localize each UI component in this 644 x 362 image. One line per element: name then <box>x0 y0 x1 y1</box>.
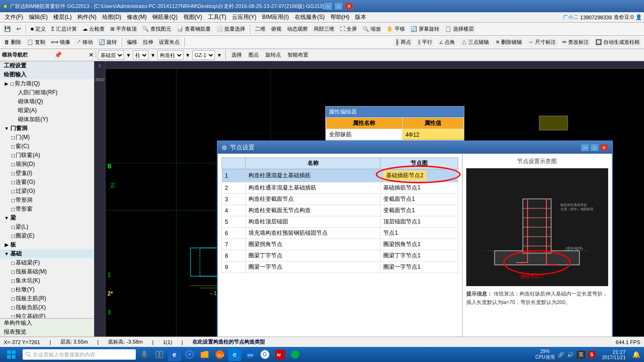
menu-component[interactable]: 构件(N) <box>74 12 99 22</box>
tb-parallel[interactable]: ∥ 平行 <box>415 37 435 47</box>
tb-auto-col[interactable]: 🔲 自动生成造柱框 <box>593 37 642 47</box>
nav-over-beam[interactable]: □ 过梁(G) <box>0 187 94 196</box>
notification-icon[interactable]: 🔔 <box>632 351 640 358</box>
task-view-button[interactable] <box>153 348 166 361</box>
tb-top-view[interactable]: 俯视 <box>269 24 284 34</box>
menu-edit[interactable]: 编辑(E) <box>26 12 50 22</box>
tb-three-point[interactable]: △ 三点辅轴 <box>459 37 491 47</box>
node-val-7[interactable]: 圈梁拐角节点1 <box>380 239 458 250</box>
nav-ring-beam[interactable]: □ 圈梁(E) <box>0 231 94 240</box>
nav-isolated-found[interactable]: □ 独立基础(F) <box>0 312 94 318</box>
nav-foundation[interactable]: ▼ 基础 <box>0 249 94 258</box>
nav-door-window-combo[interactable]: □ 门联窗(A) <box>0 151 94 160</box>
attr-point-btn[interactable]: 图点 <box>246 50 261 60</box>
pinned-chrome[interactable] <box>183 348 196 361</box>
nav-raft-rebar[interactable]: □ 筏板主筋(R) <box>0 294 94 303</box>
nav-panel-close[interactable]: ✕ <box>89 51 94 58</box>
nav-col-cap[interactable]: □ 柱墩(Y) <box>0 285 94 294</box>
subtype-select[interactable]: 构造柱 <box>157 50 183 60</box>
menu-layer[interactable]: 楼层(L) <box>50 12 74 22</box>
input-method[interactable]: 英 <box>577 351 586 359</box>
node-dialog-maximize[interactable]: □ <box>590 144 599 151</box>
pinned-g-google[interactable]: G <box>258 348 272 361</box>
nav-beam-l[interactable]: □ 梁(L) <box>0 222 94 231</box>
tb-cloud-check[interactable]: ☁ 云检查 <box>80 24 107 34</box>
pinned-edge[interactable]: e <box>168 348 181 361</box>
nav-beam[interactable]: ▼ 梁 <box>0 214 94 222</box>
menu-cloud[interactable]: 云应用(Y) <box>229 12 259 22</box>
tb-del-axis[interactable]: ✕ 删除辅轴 <box>493 37 524 47</box>
system-clock[interactable]: 21:27 2017/11/21 <box>598 349 629 360</box>
tb-calc[interactable]: Σ 汇总计算 <box>49 24 79 34</box>
node-val-5[interactable]: 顶层锚固节点1 <box>380 216 458 228</box>
nav-dark-beam[interactable]: 暗梁(A) <box>0 106 94 115</box>
node-row-1[interactable]: 1 构造柱遇混凝土基础插筋 基础插筋节点2 <box>222 169 458 182</box>
tb-local-3d[interactable]: 局部三维 <box>311 24 337 34</box>
minimize-button[interactable]: ─ <box>324 2 332 10</box>
menu-help[interactable]: 帮助(H) <box>328 12 353 22</box>
node-val-8[interactable]: 圈梁丁字节点1 <box>380 250 458 262</box>
nav-single-component[interactable]: 单构件输入 <box>0 319 94 328</box>
tb-zoom[interactable]: 🔍 缩放 <box>360 24 383 34</box>
attr-select-btn[interactable]: 选择 <box>229 50 244 60</box>
menu-modify[interactable]: 修改(M) <box>124 12 149 22</box>
tb-move[interactable]: ↗ 移动 <box>74 37 95 47</box>
tb-fullscreen[interactable]: ⛶ 全屏 <box>338 24 359 34</box>
node-row-2[interactable]: 2 构造柱通非混凝土基础插筋 基础插筋节点1 <box>222 182 458 194</box>
menu-tools[interactable]: 工具(T) <box>205 12 229 22</box>
nav-strip-hole[interactable]: □ 带形洞 <box>0 196 94 205</box>
pinned-glj-blue[interactable]: BIM <box>243 348 256 361</box>
tb-pan[interactable]: ✋ 平移 <box>384 24 407 34</box>
tb-batch-select[interactable]: ⬜ 批量选择 <box>214 24 248 34</box>
nav-foundation-beam[interactable]: □ 基础梁(F) <box>0 258 94 267</box>
node-dialog-minimize[interactable]: ─ <box>581 144 589 151</box>
tb-2d[interactable]: 二维 <box>253 24 268 34</box>
menu-version[interactable]: 版本 <box>352 12 369 22</box>
nav-shear-wall[interactable]: ▶□ 剪力墙(Q) <box>0 79 94 88</box>
node-val-2[interactable]: 基础插筋节点1 <box>380 182 458 194</box>
nav-door-window[interactable]: ▼ 门窗洞 <box>0 124 94 133</box>
pinned-folder[interactable] <box>198 348 211 361</box>
layer-select[interactable]: 基础层 <box>98 50 124 60</box>
nav-slab[interactable]: ▶ 板 <box>0 240 94 249</box>
id-select[interactable]: GZ-1 <box>192 50 215 60</box>
tb-mod-dim[interactable]: ✏ 查改标注 <box>560 37 591 47</box>
nav-panel-pin[interactable]: 📌 <box>54 51 62 58</box>
nav-strip-window[interactable]: □ 带形窗 <box>0 205 94 214</box>
tb-screen-rotate[interactable]: 🔄 屏幕旋转 <box>408 24 442 34</box>
prop-row-all-rebar[interactable]: 全部纵筋 4Φ12 <box>326 129 464 140</box>
sogou-icon[interactable]: S <box>588 351 595 358</box>
node-dialog-close[interactable]: ✕ <box>600 144 608 151</box>
nav-masonry-wall[interactable]: 砌体墙(Q) <box>0 97 94 106</box>
tb-dynamic[interactable]: 动态观察 <box>285 24 310 34</box>
prop-value-cell[interactable]: 4Φ12 <box>402 129 463 140</box>
node-row-6[interactable]: 6 填充墙构造柱预留钢筋锚固节点 节点1 <box>222 228 458 239</box>
tb-two-point[interactable]: ╟ 两点 <box>393 37 413 47</box>
menu-file[interactable]: 文件(F) <box>2 12 26 22</box>
node-val-6[interactable]: 节点1 <box>380 228 458 239</box>
menu-online[interactable]: 在线服务(S) <box>292 12 328 22</box>
voice-button[interactable] <box>138 348 151 361</box>
tb-select-layer[interactable]: 📋 选择楼层 <box>443 24 476 34</box>
nav-raft-neg-rebar[interactable]: □ 筏板负筋(X) <box>0 303 94 312</box>
tb-find[interactable]: 🔍 查找图元 <box>140 24 173 34</box>
nav-niche[interactable]: □ 壁龛(I) <box>0 169 94 178</box>
cad-viewport[interactable]: 13600 <box>94 61 644 337</box>
nav-wall-hole[interactable]: □ 墙洞(D) <box>0 160 94 169</box>
node-row-7[interactable]: 7 圈梁拐角节点 圈梁拐角节点1 <box>222 239 458 250</box>
menu-rebar[interactable]: 钢筋量(Q) <box>149 12 180 22</box>
tb-mirror[interactable]: ⟺ 镜像 <box>49 37 73 47</box>
nav-project-settings[interactable]: 工程设置 <box>0 61 94 70</box>
nav-door[interactable]: □ 门(M) <box>0 133 94 142</box>
maximize-button[interactable]: □ <box>334 2 343 10</box>
tb-undo[interactable]: ↩ <box>14 25 23 33</box>
tb-point-angle[interactable]: ∠ 点角 <box>437 37 457 47</box>
attr-smart-btn[interactable]: 智能布置 <box>285 50 311 60</box>
nav-masonry-rebar[interactable]: 砌体加筋(Y) <box>0 115 94 124</box>
nav-window[interactable]: □ 窗(C) <box>0 142 94 151</box>
nav-raft-foundation[interactable]: □ 筏板基础(M) <box>0 267 94 276</box>
pinned-ie[interactable]: e <box>228 348 241 361</box>
pinned-wps[interactable]: W <box>273 348 287 361</box>
tb-dim[interactable]: ↔ 尺寸标注 <box>526 37 558 47</box>
tb-define[interactable]: ■ 定义 <box>28 24 48 34</box>
